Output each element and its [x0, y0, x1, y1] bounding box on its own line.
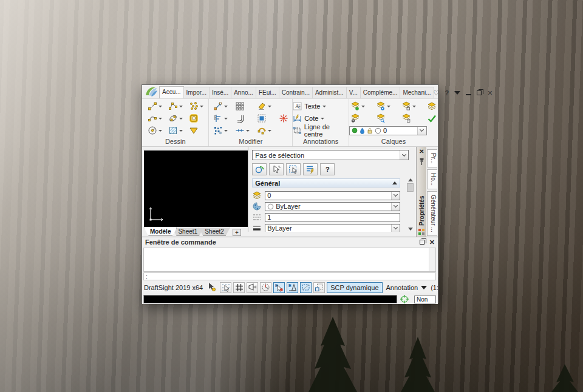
add-sheet-button[interactable]: + [233, 229, 241, 236]
tab-annoter[interactable]: Anno... [231, 87, 256, 98]
chevron-down-icon[interactable] [246, 130, 250, 132]
chevron-down-icon[interactable] [224, 130, 228, 132]
ucs-box-button[interactable] [313, 282, 325, 293]
chevron-down-icon[interactable] [268, 130, 271, 132]
section-header-general[interactable]: Général [252, 178, 400, 188]
chevron-down-icon[interactable] [391, 203, 400, 211]
quick-select-button[interactable] [303, 163, 318, 175]
sheet-tab-sheet1[interactable]: Sheet1 [172, 228, 203, 236]
chevron-down-icon[interactable] [224, 118, 228, 120]
chevron-down-icon[interactable] [224, 106, 228, 107]
help-icon[interactable]: ? [445, 90, 449, 96]
chevron-down-icon[interactable] [417, 127, 426, 135]
snap-settings-button[interactable] [207, 282, 218, 292]
chevron-down-icon[interactable] [200, 106, 203, 107]
etrack-button[interactable]: E [287, 282, 298, 293]
pattern-tool[interactable] [234, 101, 246, 112]
esnap-button[interactable]: E [273, 282, 285, 293]
favorites-heart-icon[interactable]: ♡ [434, 90, 440, 96]
highlight-region-tool[interactable] [256, 113, 268, 124]
side-tab-home[interactable]: Ho... [427, 169, 437, 189]
command-scrollbar[interactable] [429, 248, 435, 271]
polyline-tool[interactable] [167, 101, 184, 112]
offset-tool[interactable] [234, 113, 246, 124]
layer-manager-tool[interactable] [349, 113, 361, 124]
cone-tool[interactable] [188, 125, 200, 136]
minimize-icon[interactable] [466, 94, 471, 95]
scroll-down-icon[interactable] [408, 228, 413, 231]
move-tool[interactable] [212, 101, 229, 112]
layer-preview-tool[interactable] [375, 113, 387, 124]
chevron-down-icon[interactable] [179, 118, 183, 120]
ellipse-tool[interactable] [167, 113, 184, 124]
scp-dynamique-toggle[interactable]: SCP dynamique [327, 282, 382, 293]
points-tool[interactable] [188, 101, 205, 112]
chevron-down-icon[interactable] [391, 225, 400, 232]
layer-apply-tool[interactable] [426, 113, 438, 124]
chevron-down-icon[interactable] [322, 106, 326, 107]
centerline-tool[interactable]: Ligne de centre [293, 124, 349, 137]
scroll-up-icon[interactable] [408, 178, 413, 181]
chevron-down-icon[interactable] [159, 118, 162, 120]
stretch-tool[interactable] [212, 113, 229, 124]
polygon-tool[interactable] [188, 113, 200, 124]
chevron-down-icon[interactable] [159, 106, 162, 107]
layer-states-tool[interactable] [400, 113, 412, 124]
tab-mechanical[interactable]: Mechani... [400, 87, 434, 98]
join-tool[interactable] [234, 125, 251, 136]
chevron-down-icon[interactable] [400, 150, 408, 160]
select-window-button[interactable] [286, 163, 301, 175]
tab-vue[interactable]: V... [346, 87, 361, 98]
command-history[interactable] [143, 248, 436, 272]
explode-tool[interactable] [212, 125, 229, 136]
chevron-down-icon[interactable] [179, 130, 183, 132]
tab-contraintes[interactable]: Contrain... [279, 87, 313, 98]
chevron-down-icon[interactable] [179, 106, 183, 107]
hatch-tool[interactable] [167, 125, 184, 136]
chevron-down-icon[interactable] [159, 130, 162, 132]
dimension-tool[interactable]: Cote [293, 112, 324, 124]
annotation-dropdown[interactable]: Annotation [384, 283, 429, 292]
sheet-tab-sheet2[interactable]: Sheet2 [199, 228, 230, 236]
power-trim-tool[interactable] [278, 113, 290, 124]
line-tool[interactable] [146, 101, 163, 112]
command-close-icon[interactable]: ✕ [429, 238, 435, 246]
layer-lock-tool[interactable] [400, 101, 417, 112]
edit-handle-tool[interactable] [256, 125, 273, 136]
layer-stack-tool[interactable] [426, 101, 438, 112]
circle-tool[interactable] [146, 125, 163, 136]
tab-complements[interactable]: Compléme... [360, 87, 401, 98]
properties-scrollbar[interactable] [406, 178, 414, 231]
linetype-scale-input[interactable]: 1 [265, 213, 400, 222]
pointer-guides-field[interactable]: Non [414, 296, 436, 303]
layer-freeze-tool[interactable] [375, 101, 392, 112]
close-icon[interactable]: ✕ [487, 90, 493, 96]
scale-label[interactable]: (1:1 [431, 284, 438, 291]
pointer-grid-button[interactable] [220, 282, 231, 293]
select-cursor-button[interactable] [269, 163, 284, 175]
chevron-down-icon[interactable] [412, 106, 416, 107]
text-tool[interactable]: A Texte [293, 100, 326, 112]
tab-feuille[interactable]: FEui... [256, 87, 279, 98]
layer-on-tool[interactable] [349, 101, 366, 112]
sheet-tab-modele[interactable]: Modèle [144, 228, 177, 236]
chevron-down-icon[interactable] [361, 106, 365, 107]
erase-tool[interactable] [256, 101, 273, 112]
command-window-titlebar[interactable]: Fenêtre de commande ✕ [142, 237, 438, 246]
properties-help-button[interactable]: ? [320, 163, 335, 175]
command-restore-icon[interactable] [420, 240, 424, 245]
command-input[interactable]: : [143, 272, 436, 280]
pin-icon[interactable] [418, 158, 425, 166]
select-entities-button[interactable] [252, 163, 267, 175]
selection-frame-button[interactable] [300, 282, 312, 293]
ortho-button[interactable] [247, 282, 258, 293]
lineweight-select[interactable]: ByLayer [265, 224, 400, 232]
side-tab-proprietes[interactable]: Pr... [427, 149, 437, 167]
tab-administration[interactable]: Administ... [312, 87, 347, 98]
chevron-down-icon[interactable] [391, 192, 400, 200]
drawing-canvas[interactable] [144, 150, 248, 227]
arc-tool[interactable] [146, 113, 163, 124]
tab-importer[interactable]: Impor... [183, 87, 210, 98]
scroll-thumb[interactable] [407, 183, 414, 192]
tab-accueil[interactable]: Accu... [159, 86, 184, 98]
